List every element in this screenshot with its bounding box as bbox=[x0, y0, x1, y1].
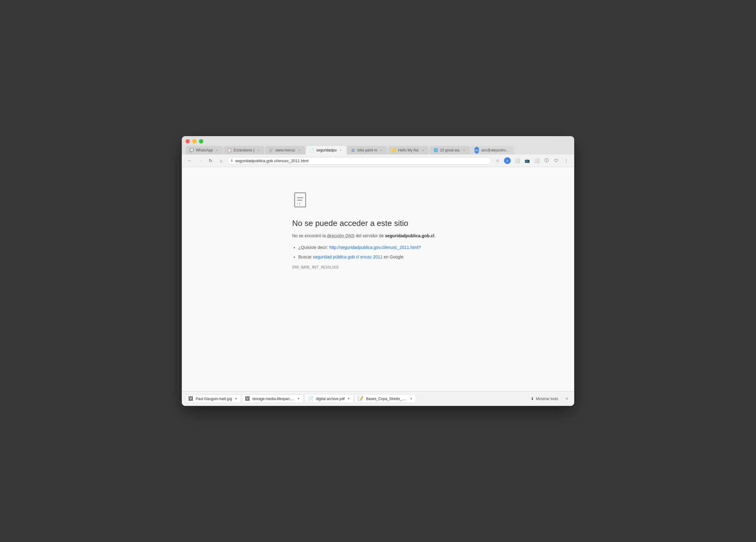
google-icon: G bbox=[351, 148, 356, 153]
error-description: No se encontró la dirección DNS del serv… bbox=[292, 232, 464, 239]
tab-mercado[interactable]: 🛒 www.merca: × bbox=[265, 146, 305, 155]
title-bar: 💬 WhatsApp × 📋 Estándares ( × 🛒 www.merc… bbox=[182, 136, 574, 155]
tab-bikepaint[interactable]: G bike paint m × bbox=[347, 146, 387, 155]
download-item-2[interactable]: 🖼 storage-media-lifespan.jpeg ▼ bbox=[242, 395, 304, 403]
download-dropdown-3[interactable]: ▼ bbox=[347, 397, 351, 400]
suggestion1-link[interactable]: http://seguridadpublica.gov.cl/enusc_201… bbox=[329, 245, 418, 250]
error-desc-suffix: . bbox=[434, 233, 436, 238]
downloads-bar: 🖼 Paul-Gauguin-haiti.jpg ▼ 🖼 storage-med… bbox=[182, 391, 574, 406]
error-suggestions: ¿Quisiste decir: http://seguridadpublica… bbox=[292, 244, 464, 260]
tab-bikepaint-close[interactable]: × bbox=[379, 148, 384, 152]
bookmark-button[interactable]: ☆ bbox=[493, 156, 502, 165]
tab-10greatways-close[interactable]: × bbox=[462, 148, 466, 152]
svg-text::(: :( bbox=[296, 202, 301, 206]
tab-hellomyname[interactable]: 🟡 Hello My Na: × bbox=[388, 146, 429, 155]
tab-whatsapp-label: WhatsApp bbox=[196, 148, 213, 152]
window-controls bbox=[185, 139, 571, 143]
tab-whatsapp[interactable]: 💬 WhatsApp × bbox=[185, 146, 223, 155]
suggestion2-suffix: en Google bbox=[383, 254, 404, 259]
error-desc-domain: seguridadpublica.gob.cl bbox=[385, 233, 434, 238]
extensions-button[interactable]: ⬜ bbox=[513, 156, 521, 165]
tab-profile[interactable]: abc abc@alejandrob... bbox=[471, 146, 514, 155]
tab-hellomyname-close[interactable]: × bbox=[421, 148, 425, 152]
download-arrow-icon: ⬇ bbox=[531, 396, 534, 401]
error-code: ERR_NAME_NOT_RESOLVED bbox=[292, 265, 464, 269]
whatsapp-icon: 💬 bbox=[189, 148, 194, 153]
download-icon-3: 📄 bbox=[307, 396, 314, 402]
tab-seguridadpub[interactable]: 📄 seguridadpu × bbox=[306, 146, 346, 155]
home-button[interactable]: ⌂ bbox=[217, 156, 225, 165]
close-button[interactable] bbox=[185, 139, 190, 143]
estandares-icon: 📋 bbox=[227, 148, 232, 153]
profile-icon: abc bbox=[474, 148, 479, 153]
tab-10greatways-label: 10 great wa: bbox=[440, 148, 460, 152]
error-title: No se puede acceder a este sitio bbox=[292, 219, 464, 228]
close-downloads-button[interactable]: × bbox=[563, 395, 571, 403]
show-all-label: Mostrar todo bbox=[536, 396, 558, 401]
suggestion1-suffix: ? bbox=[418, 245, 421, 250]
reload-button[interactable]: ↻ bbox=[206, 156, 215, 165]
tabs-row: 💬 WhatsApp × 📋 Estándares ( × 🛒 www.merc… bbox=[185, 146, 571, 155]
shield-button[interactable]: 🛡 bbox=[552, 156, 561, 165]
tab-whatsapp-close[interactable]: × bbox=[215, 148, 219, 152]
error-icon: :( bbox=[292, 192, 464, 211]
suggestion2-link[interactable]: seguridad pública gob cl enusc 2011 bbox=[313, 254, 382, 259]
download-item-1[interactable]: 🖼 Paul-Gauguin-haiti.jpg ▼ bbox=[185, 395, 241, 403]
download-dropdown-4[interactable]: ▼ bbox=[410, 397, 413, 400]
download-dropdown-1[interactable]: ▼ bbox=[235, 397, 238, 400]
tab-hellomyname-label: Hello My Na: bbox=[398, 148, 419, 152]
profile-avatar: abc bbox=[474, 147, 479, 154]
tab-estandares-close[interactable]: × bbox=[256, 148, 261, 152]
download-name-4: Bases_Copa_Stretto_....docx bbox=[366, 397, 407, 401]
suggestion2-prefix: Buscar bbox=[298, 254, 313, 259]
seguridadpub-icon: 📄 bbox=[310, 148, 315, 153]
profile-button[interactable]: a bbox=[503, 156, 512, 165]
toolbar-actions: ☆ a ⬜ 📺 ⬜ ⓘ 🛡 ⋮ bbox=[493, 156, 571, 165]
menu-button[interactable]: ⋮ bbox=[562, 156, 571, 165]
tab-seguridadpub-label: seguridadpu bbox=[316, 148, 337, 152]
download-name-3: digital archive.pdf bbox=[316, 397, 345, 401]
error-container: :( No se puede acceder a este sitio No s… bbox=[286, 192, 470, 391]
address-bar[interactable]: ℹ seguridadpublica.gob.cl/enusc_2011.htm… bbox=[227, 157, 491, 165]
suggestion-1: ¿Quisiste decir: http://seguridadpublica… bbox=[298, 244, 464, 251]
screenshot-button[interactable]: ⬜ bbox=[533, 156, 541, 165]
error-desc-prefix: No se encontró la bbox=[292, 233, 327, 238]
tab-estandares[interactable]: 📋 Estándares ( × bbox=[223, 146, 264, 155]
address-text: seguridadpublica.gob.cl/enusc_2011.html bbox=[235, 158, 487, 163]
browser-window: 💬 WhatsApp × 📋 Estándares ( × 🛒 www.merc… bbox=[182, 136, 574, 406]
maximize-button[interactable] bbox=[199, 139, 203, 143]
minimize-button[interactable] bbox=[192, 139, 197, 143]
error-desc-dns: dirección DNS bbox=[327, 233, 354, 238]
error-desc-mid: del servidor de bbox=[354, 233, 385, 238]
forward-button[interactable]: → bbox=[196, 156, 204, 165]
tab-profile-label: abc@alejandrob... bbox=[481, 148, 510, 152]
profile-toolbar-avatar: a bbox=[504, 157, 511, 164]
tab-estandares-label: Estándares ( bbox=[234, 148, 254, 152]
back-button[interactable]: ← bbox=[185, 156, 194, 165]
download-item-4[interactable]: 📝 Bases_Copa_Stretto_....docx ▼ bbox=[355, 394, 416, 403]
info-button[interactable]: ⓘ bbox=[542, 156, 551, 165]
download-dropdown-2[interactable]: ▼ bbox=[297, 397, 301, 400]
hellomyname-icon: 🟡 bbox=[391, 148, 396, 153]
suggestion-2: Buscar seguridad pública gob cl enusc 20… bbox=[298, 254, 464, 260]
download-name-2: storage-media-lifespan.jpeg bbox=[252, 397, 295, 401]
download-icon-1: 🖼 bbox=[188, 396, 193, 402]
download-icon-2: 🖼 bbox=[245, 396, 250, 402]
mercado-icon: 🛒 bbox=[269, 148, 273, 153]
suggestion1-prefix: ¿Quisiste decir: bbox=[298, 245, 329, 250]
tab-seguridadpub-close[interactable]: × bbox=[338, 148, 343, 152]
cast-button[interactable]: 📺 bbox=[523, 156, 531, 165]
tab-mercado-label: www.merca: bbox=[275, 148, 295, 152]
download-name-1: Paul-Gauguin-haiti.jpg bbox=[196, 397, 232, 401]
page-content: :( No se puede acceder a este sitio No s… bbox=[182, 167, 574, 391]
download-item-3[interactable]: 📄 digital archive.pdf ▼ bbox=[305, 394, 353, 403]
tab-10greatways[interactable]: 🌐 10 great wa: × bbox=[430, 146, 470, 155]
show-all-downloads-button[interactable]: ⬇ Mostrar todo bbox=[527, 395, 562, 402]
lock-icon: ℹ bbox=[231, 158, 233, 163]
toolbar: ← → ↻ ⌂ ℹ seguridadpublica.gob.cl/enusc_… bbox=[182, 155, 574, 167]
10greatways-icon: 🌐 bbox=[433, 148, 438, 153]
tab-bikepaint-label: bike paint m bbox=[357, 148, 377, 152]
tab-mercado-close[interactable]: × bbox=[297, 148, 302, 152]
download-icon-4: 📝 bbox=[357, 396, 364, 402]
